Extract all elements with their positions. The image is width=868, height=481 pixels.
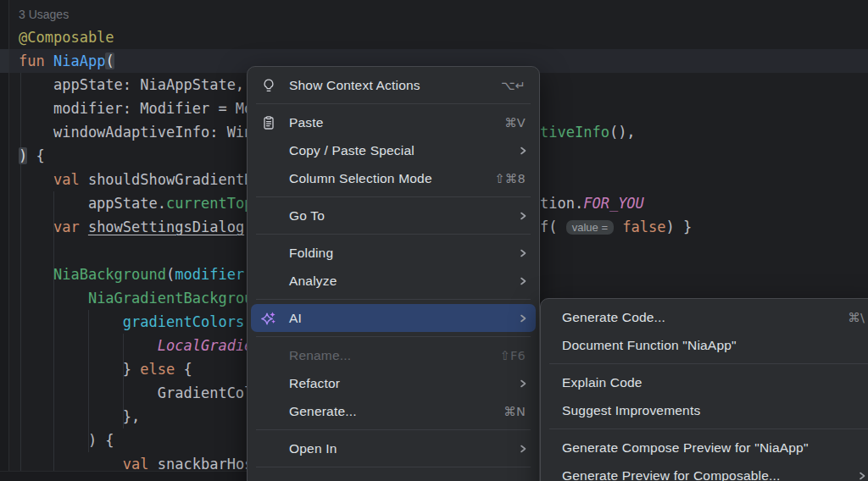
code-line: NiaGradientBackgrou xyxy=(19,286,253,310)
menu-separator xyxy=(256,429,531,430)
code-segment-keyword: else xyxy=(140,361,175,378)
code-segment-brace-highlight: ( xyxy=(105,53,114,69)
submenu-chevron xyxy=(517,312,529,324)
code-segment-keyword: var xyxy=(19,218,88,235)
chevron-right-icon xyxy=(517,210,529,222)
menu-item-label: Refactor xyxy=(289,376,340,391)
parameter-name-hint: value = xyxy=(566,220,614,235)
chevron-right-icon xyxy=(856,470,868,481)
menu-item-label: Open In xyxy=(289,441,337,456)
menu-item-shortcut: ⌘N xyxy=(504,405,526,418)
code-segment-keyword: val xyxy=(123,456,158,473)
code-segment-plain xyxy=(19,290,88,307)
menu-item-refactor[interactable]: Refactor xyxy=(251,369,536,397)
submenu-chevron xyxy=(517,247,529,259)
menu-item-label: Paste xyxy=(289,115,324,130)
menu-item-explain-code[interactable]: Explain Code xyxy=(544,368,868,396)
code-line: appState: NiaAppState, xyxy=(19,73,253,97)
menu-item-generate-compose-preview-for-niaapp[interactable]: Generate Compose Preview for "NiaApp" xyxy=(544,434,868,462)
lightbulb-icon-wrapper xyxy=(260,78,277,93)
code-segment-function-call: NiaGradientBackgrou xyxy=(88,290,253,307)
chevron-right-icon xyxy=(517,145,529,157)
chevron-right-icon xyxy=(517,247,529,259)
code-segment-plain: snackbarHos xyxy=(158,456,253,473)
submenu-chevron xyxy=(517,443,529,455)
code-segment-plain: f( xyxy=(540,218,566,235)
chevron-right-icon xyxy=(517,443,529,455)
code-vision-usages[interactable]: 3 Usages xyxy=(19,2,253,25)
code-right-fragment: tiveInfo(), xyxy=(540,120,636,144)
code-line: ) { xyxy=(19,428,253,452)
code-segment-mutable-variable: showSettingsDialog xyxy=(88,218,244,235)
code-segment-plain: tion. xyxy=(540,195,583,212)
chevron-right-icon xyxy=(517,312,529,324)
code-segment-plain: ( xyxy=(166,266,175,283)
menu-item-folding[interactable]: Folding xyxy=(251,239,536,267)
code-segment-keyword: val xyxy=(19,171,88,188)
code-segment-named-argument: gradientColors xyxy=(123,313,244,330)
editor-context-menu: Show Context Actions⌥↵ Paste⌘VCopy / Pas… xyxy=(247,66,540,481)
code-segment-function-call: currentTop xyxy=(166,195,253,212)
menu-item-ai[interactable]: AI xyxy=(251,304,536,332)
code-line: @Composable xyxy=(19,25,253,49)
code-line xyxy=(19,239,253,263)
chevron-right-icon xyxy=(517,275,529,287)
code-segment-enum-constant: LocalGradie xyxy=(158,337,253,354)
code-line: var showSettingsDialog xyxy=(19,215,253,239)
menu-item-label: Explain Code xyxy=(562,375,643,390)
menu-item-label: Generate Code... xyxy=(562,310,665,325)
menu-item-generate-preview-for-composable[interactable]: Generate Preview for Composable... xyxy=(544,462,868,481)
code-line: NiaBackground(modifier xyxy=(19,263,253,286)
menu-item-copy-paste-special[interactable]: Copy / Paste Special xyxy=(251,136,536,164)
menu-item-paste[interactable]: Paste⌘V xyxy=(251,108,536,136)
clipboard-icon xyxy=(261,115,276,130)
menu-item-analyze[interactable]: Analyze xyxy=(251,267,536,295)
code-line: val shouldShowGradientB xyxy=(19,168,253,191)
code-segment-plain xyxy=(19,337,158,354)
menu-item-label: Generate Compose Preview for "NiaApp" xyxy=(562,440,809,456)
code-segment-plain: ) { xyxy=(19,432,114,449)
code-segment-annotation: @Composable xyxy=(19,29,114,46)
code-segment-keyword: false xyxy=(622,218,665,235)
code-line: GradientCol xyxy=(19,381,253,405)
menu-item-column-selection-mode[interactable]: Column Selection Mode⇧⌘8 xyxy=(251,164,536,192)
menu-item-label: Rename... xyxy=(289,348,351,363)
code-segment-plain: } xyxy=(19,361,140,378)
menu-item-go-to[interactable]: Go To xyxy=(251,202,536,229)
submenu-chevron xyxy=(856,470,868,481)
code-segment-plain: modifier: Modifier = Mo xyxy=(19,100,253,117)
menu-item-show-context-actions[interactable]: Show Context Actions⌥↵ xyxy=(251,71,536,99)
code-segment-plain: appState. xyxy=(19,195,166,212)
menu-item-open-in[interactable]: Open In xyxy=(251,434,536,462)
code-segment-plain: (), xyxy=(609,124,636,141)
menu-item-generate-code[interactable]: Generate Code...⌘\ xyxy=(544,303,868,331)
submenu-chevron xyxy=(517,145,529,157)
menu-item-shortcut: ⌘V xyxy=(504,116,526,130)
gutter-current-line xyxy=(0,49,8,73)
code-line: fun NiaApp( xyxy=(19,49,253,73)
menu-item-generate[interactable]: Generate...⌘N xyxy=(251,397,536,425)
menu-item-document-function-niaapp[interactable]: Document Function "NiaApp" xyxy=(544,331,868,359)
code-line: gradientColors xyxy=(19,310,253,334)
code-segment-plain xyxy=(19,313,123,330)
menu-item-label: Folding xyxy=(289,246,333,261)
code-line: windowAdaptiveInfo: Win xyxy=(19,120,253,144)
code-segment-plain xyxy=(19,456,123,473)
code-line: } else { xyxy=(19,357,253,381)
menu-item-suggest-improvements[interactable]: Suggest Improvements xyxy=(544,396,868,424)
menu-item-rename: Rename...⇧F6 xyxy=(251,341,536,369)
menu-separator xyxy=(256,336,531,337)
code-segment-brace-highlight: ) xyxy=(19,147,27,164)
menu-separator xyxy=(256,196,531,197)
menu-item-label: Generate... xyxy=(289,404,357,419)
menu-item-label: Analyze xyxy=(289,274,337,289)
ai-sparkle-icon-wrapper xyxy=(260,310,277,327)
menu-separator xyxy=(549,428,868,429)
menu-item-shortcut: ⇧F6 xyxy=(500,349,526,362)
code-segment-plain xyxy=(19,266,53,283)
menu-item-label: AI xyxy=(289,311,302,326)
menu-separator xyxy=(256,467,531,467)
ai-submenu: Generate Code...⌘\Document Function "Nia… xyxy=(540,298,868,481)
menu-item-label: Generate Preview for Composable... xyxy=(562,468,781,481)
menu-item-shortcut: ⇧⌘8 xyxy=(495,172,526,185)
